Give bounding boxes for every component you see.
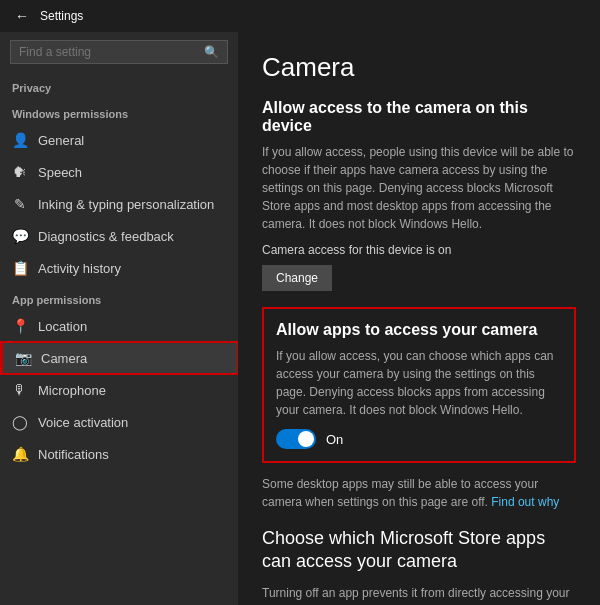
activity-icon: 📋 (12, 260, 28, 276)
sidebar-item-voice[interactable]: ◯ Voice activation (0, 406, 238, 438)
sidebar-item-microphone[interactable]: 🎙 Microphone (0, 374, 238, 406)
allow-device-title: Allow access to the camera on this devic… (262, 99, 576, 135)
camera-toggle[interactable] (276, 429, 316, 449)
allow-apps-desc: If you allow access, you can choose whic… (276, 347, 562, 419)
choose-section-title: Choose which Microsoft Store apps can ac… (262, 527, 576, 574)
toggle-row: On (276, 429, 562, 449)
diagnostics-icon: 💬 (12, 228, 28, 244)
general-icon: 👤 (12, 132, 28, 148)
notifications-icon: 🔔 (12, 446, 28, 462)
page-title: Camera (262, 52, 576, 83)
speech-icon: 🗣 (12, 164, 28, 180)
search-input[interactable] (19, 45, 198, 59)
note-text: Some desktop apps may still be able to a… (262, 475, 576, 511)
sidebar-item-voice-label: Voice activation (38, 415, 128, 430)
camera-status: Camera access for this device is on (262, 243, 576, 257)
search-box[interactable]: 🔍 (10, 40, 228, 64)
sidebar-item-activity[interactable]: 📋 Activity history (0, 252, 238, 284)
back-button[interactable]: ← (12, 6, 32, 26)
sidebar-item-camera-label: Camera (41, 351, 87, 366)
sidebar-item-speech-label: Speech (38, 165, 82, 180)
sidebar: 🔍 Privacy Windows permissions 👤 General … (0, 32, 238, 605)
sidebar-item-microphone-label: Microphone (38, 383, 106, 398)
sidebar-item-inking-label: Inking & typing personalization (38, 197, 214, 212)
title-bar: ← Settings (0, 0, 600, 32)
allow-apps-title: Allow apps to access your camera (276, 321, 562, 339)
sidebar-item-activity-label: Activity history (38, 261, 121, 276)
sidebar-item-inking[interactable]: ✎ Inking & typing personalization (0, 188, 238, 220)
sidebar-item-location[interactable]: 📍 Location (0, 310, 238, 342)
sidebar-item-diagnostics[interactable]: 💬 Diagnostics & feedback (0, 220, 238, 252)
toggle-knob (298, 431, 314, 447)
sidebar-item-notifications-label: Notifications (38, 447, 109, 462)
main-layout: 🔍 Privacy Windows permissions 👤 General … (0, 32, 600, 605)
privacy-label: Privacy (0, 72, 238, 98)
sidebar-item-speech[interactable]: 🗣 Speech (0, 156, 238, 188)
microphone-icon: 🎙 (12, 382, 28, 398)
title-bar-text: Settings (40, 9, 83, 23)
find-out-link[interactable]: Find out why (491, 495, 559, 509)
toggle-label: On (326, 432, 343, 447)
sidebar-item-general-label: General (38, 133, 84, 148)
app-permissions-label: App permissions (0, 284, 238, 310)
content-area: Camera Allow access to the camera on thi… (238, 32, 600, 605)
sidebar-item-camera[interactable]: 📷 Camera (0, 342, 238, 374)
camera-icon: 📷 (15, 350, 31, 366)
allow-device-desc: If you allow access, people using this d… (262, 143, 576, 233)
choose-section-desc: Turning off an app prevents it from dire… (262, 584, 576, 605)
location-icon: 📍 (12, 318, 28, 334)
sidebar-item-notifications[interactable]: 🔔 Notifications (0, 438, 238, 470)
voice-icon: ◯ (12, 414, 28, 430)
allow-apps-section: Allow apps to access your camera If you … (262, 307, 576, 463)
sidebar-item-location-label: Location (38, 319, 87, 334)
search-icon: 🔍 (204, 45, 219, 59)
sidebar-item-diagnostics-label: Diagnostics & feedback (38, 229, 174, 244)
change-button[interactable]: Change (262, 265, 332, 291)
sidebar-item-general[interactable]: 👤 General (0, 124, 238, 156)
windows-permissions-label: Windows permissions (0, 98, 238, 124)
inking-icon: ✎ (12, 196, 28, 212)
